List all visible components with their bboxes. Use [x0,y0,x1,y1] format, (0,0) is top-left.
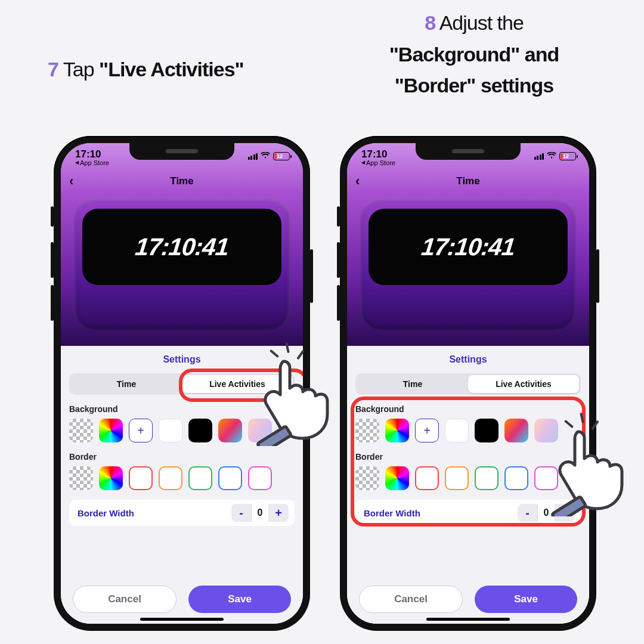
widget-time: 17:10:41 [420,233,516,261]
phone-notch [129,143,234,160]
swatch-add[interactable]: + [415,419,439,442]
swatch-color-picker[interactable] [385,419,409,442]
swatch-orange[interactable] [445,466,469,490]
swatch-image-2[interactable] [248,419,272,442]
bottom-bar: Cancel Save [347,586,589,613]
widget-preview: 17:10:41 [74,198,290,330]
cancel-button[interactable]: Cancel [73,586,177,613]
border-label: Border [355,452,581,462]
caption-step-7: 7 Tap "Live Activities" [48,54,244,85]
swatch-black[interactable] [188,419,212,442]
tab-live-activities[interactable]: Live Activities [182,375,293,393]
swatch-add[interactable]: + [129,419,153,442]
back-chevron-icon[interactable]: ‹ [355,174,360,189]
border-width-stepper: - 0 + [231,504,289,522]
back-chevron-icon[interactable]: ‹ [69,174,73,189]
settings-heading: Settings [347,346,589,373]
wifi-icon [547,152,556,160]
background-label: Background [69,404,295,414]
border-width-stepper: - 0 + [518,504,575,522]
widget-preview: 17:10:41 [360,198,576,330]
border-width-label: Border Width [364,508,420,518]
swatch-color-picker[interactable] [99,466,123,490]
swatch-black[interactable] [475,419,499,442]
phone-mockup-right: 17:10 App Store 12 ‹ Time [340,136,596,631]
border-width-row: Border Width - 0 + [355,500,581,526]
segmented-control: Time Live Activities [69,373,295,395]
swatch-white[interactable] [445,419,469,442]
stepper-minus[interactable]: - [231,504,252,522]
signal-icon [534,153,544,160]
step-number: 8 [425,11,435,34]
back-to-app-store[interactable]: App Store [361,160,395,167]
settings-heading: Settings [61,346,303,373]
background-swatches: + [355,419,581,442]
swatch-color-picker[interactable] [385,466,409,490]
phone-mockup-left: 17:10 App Store 12 ‹ Time [54,136,310,631]
status-time: 17:10 [361,149,395,160]
swatch-transparent[interactable] [69,419,93,442]
swatch-magenta[interactable] [534,466,558,490]
save-button[interactable]: Save [188,586,291,613]
page-title: Time [456,175,479,187]
stepper-plus[interactable]: + [268,504,289,522]
swatch-red[interactable] [415,466,439,490]
background-label: Background [355,404,581,414]
border-label: Border [69,452,295,462]
swatch-orange[interactable] [159,466,182,490]
stepper-value: 0 [538,507,555,518]
swatch-color-picker[interactable] [99,419,123,442]
save-button[interactable]: Save [475,586,577,613]
back-to-app-store[interactable]: App Store [75,160,109,167]
home-indicator [426,618,510,621]
stepper-plus[interactable]: + [555,504,575,522]
swatch-magenta[interactable] [248,466,272,490]
step-number: 7 [48,58,58,80]
border-width-row: Border Width - 0 + [69,500,295,526]
stepper-value: 0 [252,507,268,518]
segmented-control: Time Live Activities [355,373,581,395]
phone-notch [416,143,521,160]
swatch-blue[interactable] [504,466,528,490]
swatch-image-1[interactable] [504,419,528,442]
nav-bar: ‹ Time [347,172,589,190]
stepper-minus[interactable]: - [518,504,538,522]
tab-time[interactable]: Time [357,375,468,393]
page-title: Time [170,175,193,187]
border-swatches [69,466,295,490]
wifi-icon [261,152,270,160]
tab-live-activities[interactable]: Live Activities [468,375,579,393]
swatch-red[interactable] [129,466,153,490]
home-indicator [140,618,224,621]
swatch-image-2[interactable] [534,419,558,442]
signal-icon [248,153,258,160]
cancel-button[interactable]: Cancel [359,586,463,613]
swatch-transparent[interactable] [355,466,379,490]
swatch-blue[interactable] [218,466,242,490]
nav-bar: ‹ Time [61,172,303,190]
widget-time: 17:10:41 [134,233,230,261]
swatch-green[interactable] [475,466,499,490]
swatch-transparent[interactable] [355,419,379,442]
status-time: 17:10 [75,149,109,160]
background-swatches: + [69,419,295,442]
swatch-green[interactable] [188,466,212,490]
swatch-white[interactable] [159,419,182,442]
swatch-transparent[interactable] [69,466,93,490]
tab-time[interactable]: Time [71,375,182,393]
battery-icon: 12 [559,152,576,160]
border-width-label: Border Width [78,508,134,518]
swatch-image-1[interactable] [218,419,242,442]
battery-icon: 12 [273,152,290,160]
border-swatches [355,466,581,490]
bottom-bar: Cancel Save [61,586,303,613]
caption-step-8: 8 Adjust the "Background" and "Border" s… [331,7,617,101]
